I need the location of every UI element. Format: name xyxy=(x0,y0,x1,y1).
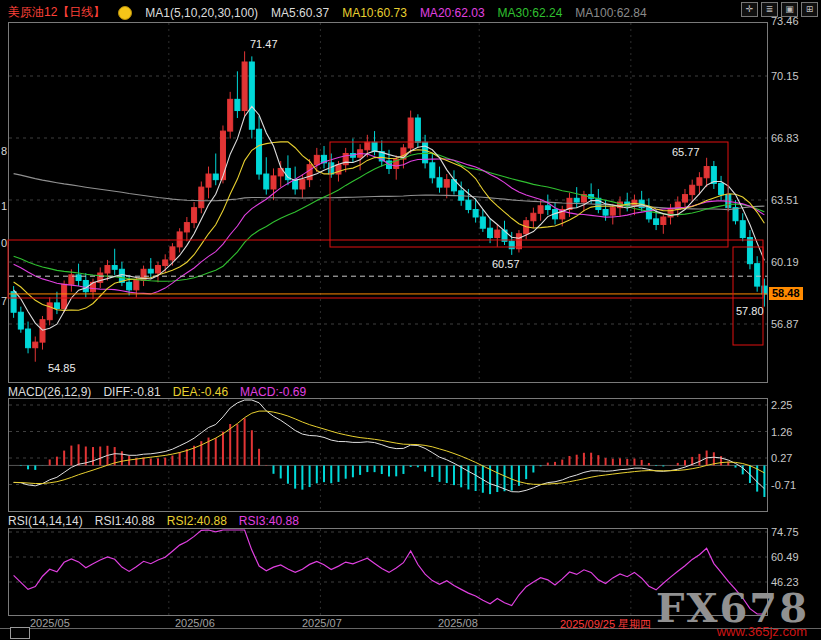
price-annotation: 71.47 xyxy=(250,38,278,50)
price-annotation: 57.80 xyxy=(736,305,764,317)
macd-dea-value: DEA:-0.46 xyxy=(173,385,228,399)
watermark-site-link: www.365jz.com xyxy=(717,624,807,639)
axis-label-price: 66.83 xyxy=(771,132,799,144)
ma30-value: MA30:62.24 xyxy=(498,6,563,20)
price-annotation: 65.77 xyxy=(672,146,700,158)
rsi-indicator-header: RSI(14,14,14) RSI1:40.88 RSI2:40.88 RSI3… xyxy=(8,514,299,528)
axis-label-price: 63.51 xyxy=(771,194,799,206)
symbol-title[interactable]: 美原油12【日线】 xyxy=(8,4,105,21)
date-label: 2025/06 xyxy=(175,617,215,629)
macd-axis-label: -0.71 xyxy=(771,479,796,491)
ma100-value: MA100:62.84 xyxy=(575,6,646,20)
ma20-value: MA20:62.03 xyxy=(420,6,485,20)
rsi-axis-label: 74.75 xyxy=(771,526,799,538)
date-label: 2025/07 xyxy=(302,617,342,629)
rsi3-value: RSI3:40.88 xyxy=(239,514,299,528)
axis-label-price: 70.15 xyxy=(771,70,799,82)
rsi-axis-label: 60.49 xyxy=(771,551,799,563)
left-axis-fragment: 7 xyxy=(1,295,7,307)
trading-chart-window: 美原油12【日线】 MA1(5,10,20,30,100) MA5:60.37 … xyxy=(0,0,821,640)
macd-axis-label: 0.27 xyxy=(771,452,792,464)
coin-icon xyxy=(118,6,132,20)
scrollbar-handle[interactable] xyxy=(10,627,30,639)
macd-indicator-header: MACD(26,12,9) DIFF:-0.81 DEA:-0.46 MACD:… xyxy=(8,385,306,399)
ma5-value: MA5:60.37 xyxy=(271,6,329,20)
left-axis-fragment: 0 xyxy=(1,237,7,249)
macd-title[interactable]: MACD(26,12,9) xyxy=(8,385,91,399)
macd-value: MACD:-0.69 xyxy=(240,385,306,399)
chart-canvas[interactable] xyxy=(0,0,821,640)
macd-axis-label: 2.25 xyxy=(771,399,792,411)
macd-diff-value: DIFF:-0.81 xyxy=(103,385,160,399)
axis-label-price: 56.87 xyxy=(771,318,799,330)
ma-settings-label: MA1(5,10,20,30,100) xyxy=(145,6,258,20)
macd-axis-label: 1.26 xyxy=(771,426,792,438)
rsi-title[interactable]: RSI(14,14,14) xyxy=(8,514,83,528)
last-price-tag: 58.48 xyxy=(769,287,803,300)
axis-label-price: 60.19 xyxy=(771,256,799,268)
left-axis-fragment: 8 xyxy=(1,145,7,157)
axis-label-top-price: 73.46 xyxy=(771,15,799,27)
rsi1-value: RSI1:40.88 xyxy=(95,514,155,528)
selected-date-label: 2025/09/25 星期四 xyxy=(560,617,651,632)
expand-icon[interactable]: ⊞ xyxy=(801,2,818,17)
left-axis-fragment: 1 xyxy=(1,200,7,212)
price-annotation: 54.85 xyxy=(48,362,76,374)
rsi2-value: RSI2:40.88 xyxy=(167,514,227,528)
ma10-value: MA10:60.73 xyxy=(342,6,407,20)
crosshair-icon[interactable]: ✛ xyxy=(741,2,758,17)
price-annotation: 60.57 xyxy=(492,258,520,270)
main-indicator-header: 美原油12【日线】 MA1(5,10,20,30,100) MA5:60.37 … xyxy=(8,4,647,21)
date-label: 2025/05 xyxy=(30,617,70,629)
date-label: 2025/08 xyxy=(438,617,478,629)
